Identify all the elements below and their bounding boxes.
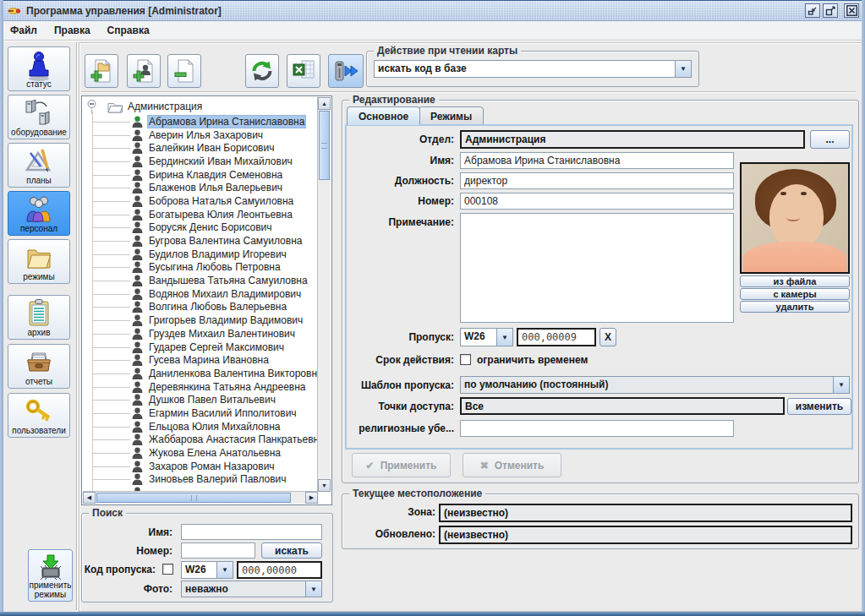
search-pass-format-select[interactable]: W26 ▼ <box>181 561 233 579</box>
close-icon[interactable] <box>844 3 859 18</box>
tree-person-row[interactable]: Груздев Михаил Валентинович <box>83 327 318 341</box>
sidebar-item-users[interactable]: пользователи <box>8 393 70 438</box>
excel-export-icon <box>291 58 316 84</box>
tree-person-row[interactable]: Ельцова Юлия Михайловна <box>83 420 318 433</box>
tree-person-row[interactable]: Блаженов Илья Валерьевич <box>83 181 318 194</box>
sidebar-item-archive[interactable]: архив <box>8 295 70 340</box>
tree-person-row[interactable]: Жукова Елена Анатольевна <box>83 446 318 460</box>
position-input[interactable] <box>460 172 734 189</box>
tree-person-row[interactable]: Бердинский Иван Михайлович <box>83 155 318 168</box>
excel-export-button[interactable] <box>287 54 320 88</box>
minimize-icon[interactable] <box>805 3 820 18</box>
menu-file[interactable]: Файл <box>3 22 45 39</box>
remove-person-button[interactable] <box>167 54 201 88</box>
photo-from-file-button[interactable]: из файла <box>740 275 850 287</box>
refresh-button[interactable] <box>245 54 279 88</box>
number-input[interactable] <box>460 193 734 210</box>
tab-modes[interactable]: Режимы <box>419 106 484 125</box>
tree-person-row[interactable]: Балейкин Иван Борисович <box>83 141 318 155</box>
search-passcode-checkbox[interactable] <box>162 564 173 575</box>
search-button[interactable]: искать <box>261 542 322 559</box>
department-browse-button[interactable]: ... <box>810 130 850 149</box>
tree-person-row[interactable]: Будилов Владимир Игоревич <box>83 248 318 261</box>
maximize-icon[interactable] <box>823 3 838 18</box>
sidebar-item-personnel[interactable]: персонал <box>8 191 70 236</box>
photo-from-camera-button[interactable]: с камеры <box>740 288 850 300</box>
template-select[interactable]: по умолчанию (постоянный) ▼ <box>460 376 850 394</box>
pass-code-field[interactable]: 000,00009 <box>517 328 596 346</box>
tree-person-row[interactable]: Захаров Роман Назарович <box>83 460 318 473</box>
tree-person-row[interactable]: Григорьев Владимир Вадимович <box>83 313 318 327</box>
tree-person-row[interactable]: Душков Павел Витальевич <box>83 393 318 406</box>
title-bar[interactable]: Программа управления [Administrator] <box>1 1 864 21</box>
sidebar-item-reports[interactable]: отчеты <box>8 344 70 389</box>
tree-expand-handle-icon[interactable] <box>86 99 97 114</box>
scroll-down-icon[interactable]: ▼ <box>318 479 331 492</box>
vertical-scroll-thumb[interactable] <box>319 111 330 180</box>
sidebar-item-equipment[interactable]: оборудование <box>8 95 70 139</box>
religion-input[interactable] <box>460 420 734 437</box>
tree-person-row[interactable]: Деревянкина Татьяна Андреевна <box>83 380 318 394</box>
pass-format-select[interactable]: W26 ▼ <box>460 328 513 346</box>
tree-vertical-scrollbar[interactable]: ▲ ▼ <box>317 97 331 492</box>
apply-button[interactable]: ✔ Применить <box>352 453 451 477</box>
tree-person-row[interactable]: Абрамова Ирина Станиславовна <box>83 115 318 128</box>
read-card-button[interactable] <box>328 54 364 88</box>
access-change-button[interactable]: изменить <box>787 398 851 415</box>
tree-person-row[interactable]: Борусяк Денис Борисович <box>83 221 318 235</box>
tree-person-row[interactable]: Жаббарова Анастасия Панкратьевна <box>83 433 318 447</box>
card-action-select[interactable]: искать код в базе ▼ <box>374 60 692 78</box>
search-number-input[interactable] <box>181 542 255 559</box>
horizontal-scroll-thumb[interactable] <box>96 493 291 503</box>
search-photo-select[interactable]: неважно ▼ <box>181 581 322 597</box>
scroll-right-icon[interactable]: ▶ <box>305 492 318 504</box>
tree-person-row[interactable]: Богатырева Юлия Леонтьевна <box>83 208 318 221</box>
sidebar-item-status[interactable]: статус <box>8 46 70 91</box>
add-department-button[interactable] <box>85 54 118 88</box>
tree-person-row[interactable]: Вандышева Татьяна Самуиловна <box>83 274 318 287</box>
tree-person-row[interactable]: Аверин Илья Захарович <box>83 128 318 142</box>
tree-person-row[interactable]: Бусыгина Любовь Петровна <box>83 261 318 275</box>
department-field[interactable]: Администрация <box>460 130 805 149</box>
tab-main[interactable]: Основное <box>347 106 420 125</box>
chevron-down-icon[interactable]: ▼ <box>833 377 849 393</box>
tree-root-department[interactable]: Администрация <box>83 100 202 113</box>
photo-delete-button[interactable]: удалить <box>740 301 850 313</box>
tree-person-row[interactable]: Бугрова Валентина Самуиловна <box>83 234 318 248</box>
tree-person-row[interactable]: Гударев Сергей Максимович <box>83 341 318 354</box>
name-input[interactable] <box>460 152 734 169</box>
tree-person-row[interactable]: Водянов Михаил Владимирович <box>83 287 318 301</box>
tree-horizontal-scrollbar[interactable]: ◀ ▶ <box>83 491 318 504</box>
tree-person-row[interactable]: Зиновьев Валерий Павлович <box>83 473 318 487</box>
add-person-button[interactable] <box>127 54 161 88</box>
chevron-down-icon[interactable]: ▼ <box>305 581 321 597</box>
chevron-down-icon[interactable]: ▼ <box>496 329 512 346</box>
validity-checkbox-label[interactable]: ограничить временем <box>477 354 588 366</box>
number-label: Номер: <box>418 195 454 207</box>
sidebar-item-plans[interactable]: планы <box>8 143 70 188</box>
tree-connector <box>92 320 130 321</box>
sidebar-item-modes[interactable]: режимы <box>8 239 70 284</box>
tree-person-row[interactable]: Даниленкова Валентина Викторовна <box>83 367 318 380</box>
tree-person-row[interactable]: Боброва Наталья Самуиловна <box>83 194 318 208</box>
validity-checkbox[interactable] <box>460 354 471 365</box>
access-points-field[interactable]: Все <box>460 397 785 415</box>
note-textarea[interactable] <box>460 213 734 323</box>
apply-modes-button[interactable]: применить режимы <box>28 549 73 602</box>
sidebar-divider <box>76 42 77 610</box>
chevron-down-icon[interactable]: ▼ <box>675 61 691 77</box>
search-pass-code-field[interactable]: 000,00000 <box>237 561 322 579</box>
search-name-input[interactable] <box>181 524 322 540</box>
cancel-button[interactable]: ✖ Отменить <box>463 453 561 477</box>
menu-edit[interactable]: Правка <box>47 22 98 39</box>
chevron-down-icon[interactable]: ▼ <box>216 562 233 578</box>
scroll-left-icon[interactable]: ◀ <box>83 492 96 504</box>
scroll-up-icon[interactable]: ▲ <box>318 97 331 110</box>
tree-person-row[interactable]: Бирина Клавдия Семеновна <box>83 168 318 182</box>
tree-person-row[interactable]: Волгина Любовь Валерьевна <box>83 301 318 314</box>
tree-person-row[interactable]: Егармин Василий Ипполитович <box>83 406 318 420</box>
photo-mouth <box>786 215 800 221</box>
tree-person-row[interactable]: Гусева Марина Ивановна <box>83 353 318 367</box>
pass-clear-button[interactable]: X <box>599 328 616 346</box>
menu-help[interactable]: Справка <box>100 22 157 39</box>
